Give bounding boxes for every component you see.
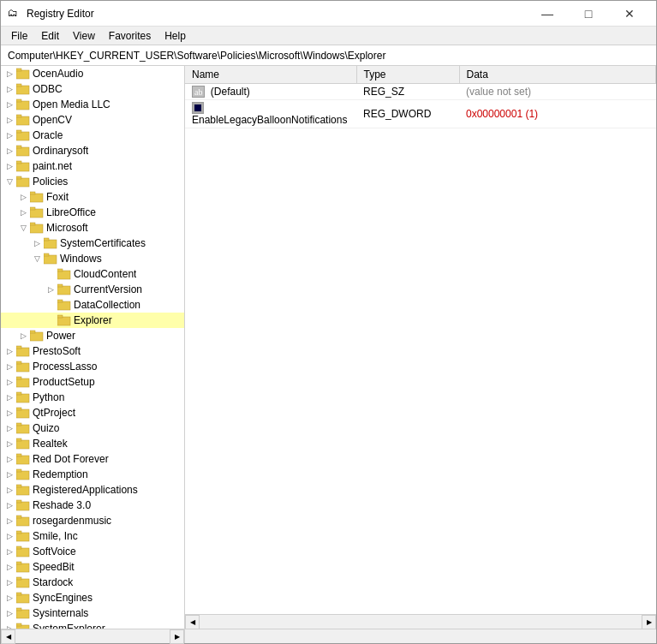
svg-rect-54 xyxy=(16,486,29,495)
menu-favorites[interactable]: Favorites xyxy=(102,28,158,44)
table-row[interactable]: EnableLegacyBalloonNotifications REG_DWO… xyxy=(185,100,656,128)
tree-item-libreoffice[interactable]: ▷ LibreOffice xyxy=(1,205,184,220)
expand-icon: ▷ xyxy=(30,236,44,250)
menu-edit[interactable]: Edit xyxy=(34,28,66,44)
folder-icon xyxy=(16,83,30,95)
tree-item-quizo[interactable]: ▷ Quizo xyxy=(1,420,184,436)
svg-rect-30 xyxy=(57,301,70,310)
tree-item-oceanaudio[interactable]: ▷ OcenAudio xyxy=(1,66,184,81)
svg-rect-28 xyxy=(57,286,70,295)
maximize-button[interactable]: □ xyxy=(569,4,608,23)
svg-rect-4 xyxy=(16,101,29,110)
tree-item-power[interactable]: ▷ Power xyxy=(1,328,184,343)
tree-item-current-version[interactable]: ▷ CurrentVersion xyxy=(1,282,184,297)
tree-item-label: OpenCV xyxy=(33,114,72,126)
folder-icon xyxy=(16,176,30,188)
expand-icon: ▷ xyxy=(3,514,16,528)
svg-rect-56 xyxy=(16,502,29,510)
tree-item-oracle[interactable]: ▷ Oracle xyxy=(1,128,184,143)
menu-bar: File Edit View Favorites Help xyxy=(1,27,656,45)
scroll-left-btn[interactable]: ◀ xyxy=(185,615,200,629)
expand-icon: ▽ xyxy=(30,252,44,265)
tree-item-odbc[interactable]: ▷ ODBC xyxy=(1,81,184,97)
expand-icon: ▽ xyxy=(3,175,16,188)
tree-item-softvoice[interactable]: ▷ SoftVoice xyxy=(1,544,184,559)
folder-icon xyxy=(16,391,30,403)
expand-icon: ▷ xyxy=(3,98,16,111)
values-grid[interactable]: Name Type Data ab (Default) xyxy=(185,66,656,614)
tree-item-open-media-llc[interactable]: ▷ Open Media LLC xyxy=(1,97,184,112)
tree-item-processlasso[interactable]: ▷ ProcessLasso xyxy=(1,359,184,374)
tree-item-label: SyncEngines xyxy=(33,592,93,604)
expand-icon: ▷ xyxy=(3,529,16,543)
expand-icon: ▷ xyxy=(3,344,16,358)
tree-item-speedbit[interactable]: ▷ SpeedBit xyxy=(1,559,184,575)
tree-item-system-certificates[interactable]: ▷ SystemCertificates xyxy=(1,236,184,251)
tree-item-redemption[interactable]: ▷ Redemption xyxy=(1,467,184,482)
tree-item-sysinternals[interactable]: ▷ Sysinternals xyxy=(1,605,184,621)
value-type: REG_DWORD xyxy=(356,100,459,128)
menu-file[interactable]: File xyxy=(4,28,34,44)
tree-item-opencv[interactable]: ▷ OpenCV xyxy=(1,112,184,128)
tree-item-ordinarysoft[interactable]: ▷ Ordinarysoft xyxy=(1,143,184,158)
scroll-right-btn[interactable]: ▶ xyxy=(642,615,656,629)
h-scrollbar[interactable]: ◀ ▶ xyxy=(185,614,656,629)
tree-scroll-left[interactable]: ◀ xyxy=(1,629,15,644)
tree-item-registered-applications[interactable]: ▷ RegisteredApplications xyxy=(1,482,184,498)
value-name-cell: ab (Default) xyxy=(185,84,356,100)
tree-item-foxit[interactable]: ▷ Foxit xyxy=(1,189,184,205)
expand-icon: ▷ xyxy=(3,82,16,96)
svg-rect-15 xyxy=(16,176,21,179)
tree-item-policies[interactable]: ▽ Policies xyxy=(1,174,184,189)
tree-item-label: ProcessLasso xyxy=(33,361,97,373)
svg-rect-43 xyxy=(16,392,21,395)
expand-icon: ▷ xyxy=(3,452,16,466)
expand-icon: ▷ xyxy=(3,159,16,173)
folder-icon xyxy=(44,237,57,249)
folder-icon xyxy=(16,407,30,419)
col-data: Data xyxy=(459,66,656,84)
svg-rect-38 xyxy=(16,363,29,372)
tree-item-system-explorer[interactable]: ▷ SystemExplorer xyxy=(1,621,184,629)
folder-icon xyxy=(57,268,71,280)
tree-scroll-right[interactable]: ▶ xyxy=(170,629,184,644)
tree-item-explorer[interactable]: Explorer xyxy=(1,313,184,328)
tree-item-reshade[interactable]: ▷ Reshade 3.0 xyxy=(1,498,184,513)
table-row[interactable]: ab (Default) REG_SZ (value not set) xyxy=(185,84,656,100)
tree-item-label: Quizo xyxy=(33,422,59,434)
minimize-button[interactable]: — xyxy=(528,4,567,23)
tree-item-productsetup[interactable]: ▷ ProductSetup xyxy=(1,374,184,390)
expand-icon: ▽ xyxy=(16,221,30,235)
folder-icon xyxy=(16,546,30,558)
tree-item-red-dot-forever[interactable]: ▷ Red Dot Forever xyxy=(1,451,184,467)
tree-bottom-scroll[interactable]: ◀ ▶ xyxy=(1,629,185,643)
expand-icon: ▷ xyxy=(3,606,16,620)
tree-item-label: Microsoft xyxy=(46,222,88,234)
tree-item-smile-inc[interactable]: ▷ Smile, Inc xyxy=(1,528,184,544)
tree-item-qtproject[interactable]: ▷ QtProject xyxy=(1,405,184,420)
tree-item-prestosoft[interactable]: ▷ PrestoSoft xyxy=(1,343,184,359)
tree-item-stardock[interactable]: ▷ Stardock xyxy=(1,575,184,590)
tree-item-realtek[interactable]: ▷ Realtek xyxy=(1,436,184,451)
address-bar: Computer\HKEY_CURRENT_USER\Software\Poli… xyxy=(1,45,656,66)
folder-icon xyxy=(16,345,30,357)
tree-item-cloud-content[interactable]: CloudContent xyxy=(1,266,184,282)
registry-tree[interactable]: ▷ OcenAudio ▷ ODBC ▷ xyxy=(1,66,185,629)
tree-item-python[interactable]: ▷ Python xyxy=(1,390,184,405)
expand-icon: ▷ xyxy=(3,360,16,373)
tree-item-paint-net[interactable]: ▷ paint.net xyxy=(1,158,184,174)
address-path[interactable]: Computer\HKEY_CURRENT_USER\Software\Poli… xyxy=(4,48,653,63)
menu-help[interactable]: Help xyxy=(158,28,193,44)
svg-rect-13 xyxy=(16,161,21,164)
tree-item-rosegardenmusic[interactable]: ▷ rosegardenmusic xyxy=(1,513,184,528)
tree-item-label: CloudContent xyxy=(74,268,136,280)
tree-item-syncengines[interactable]: ▷ SyncEngines xyxy=(1,590,184,605)
svg-rect-52 xyxy=(16,471,29,480)
menu-view[interactable]: View xyxy=(66,28,102,44)
tree-item-microsoft[interactable]: ▽ Microsoft xyxy=(1,220,184,236)
tree-item-data-collection[interactable]: DataCollection xyxy=(1,297,184,313)
svg-rect-37 xyxy=(16,346,21,349)
tree-item-windows[interactable]: ▽ Windows xyxy=(1,251,184,266)
close-button[interactable]: ✕ xyxy=(610,4,649,23)
svg-rect-49 xyxy=(16,438,21,441)
